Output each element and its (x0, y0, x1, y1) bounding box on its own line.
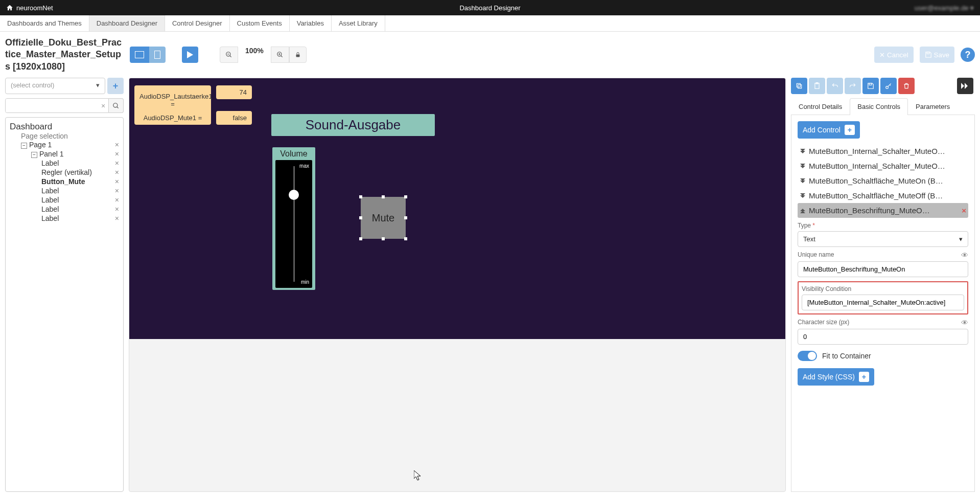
plus-icon: + (845, 125, 855, 135)
chevron-down-icon[interactable] (800, 193, 806, 199)
key-button[interactable] (880, 78, 897, 94)
copy-button[interactable] (791, 78, 807, 94)
save-panel-button[interactable] (862, 78, 879, 94)
control-list-item[interactable]: MuteButton_Beschriftung_MuteO…× (798, 203, 968, 218)
add-style-button[interactable]: Add Style (CSS) + (798, 368, 874, 386)
undo-button[interactable] (827, 78, 843, 94)
toolbar: Offizielle_Doku_Best_Practice_Master_Mas… (0, 32, 980, 78)
chevron-up-icon[interactable] (800, 208, 806, 214)
paste-button[interactable] (809, 78, 825, 94)
top-bar: neuroomNet Dashboard Designer user@examp… (0, 0, 980, 15)
tree-delete-icon[interactable]: × (115, 150, 119, 158)
control-list-item[interactable]: MuteButton_Internal_Schalter_MuteO… (798, 159, 968, 173)
svg-rect-11 (869, 83, 872, 85)
tree-toggle-icon[interactable]: − (21, 143, 27, 149)
chevron-down-icon[interactable] (800, 178, 806, 184)
svg-rect-1 (154, 51, 160, 59)
design-canvas[interactable]: AudioDSP_Lautstaerke1 = 74 AudioDSP_Mute… (129, 78, 785, 339)
svg-rect-8 (797, 84, 800, 87)
chip-audiodsp-lautstaerke-value[interactable]: 74 (216, 85, 252, 99)
tree-item[interactable]: −Page 1× (21, 140, 119, 149)
chip-audiodsp-mute-value[interactable]: false (216, 111, 252, 125)
select-control-dropdown[interactable]: (select control) (5, 78, 105, 94)
rtab-basic-controls[interactable]: Basic Controls (850, 98, 908, 115)
chevron-down-icon[interactable] (800, 163, 806, 169)
slider-min-label: min (301, 279, 309, 285)
cancel-button[interactable]: ✕Cancel (874, 47, 914, 63)
svg-point-12 (886, 86, 889, 89)
help-icon[interactable]: ? (961, 48, 975, 62)
tree-delete-icon[interactable]: × (115, 141, 119, 149)
control-list-item[interactable]: MuteButton_Schaltfläche_MuteOff (B… (798, 188, 968, 203)
tree-delete-icon[interactable]: × (115, 205, 119, 213)
search-button[interactable] (109, 98, 124, 113)
clear-search-icon[interactable]: × (98, 102, 108, 110)
slider-knob[interactable] (289, 190, 299, 200)
tab-variables[interactable]: Variables (290, 15, 332, 31)
redo-button[interactable] (845, 78, 861, 94)
home-icon[interactable] (6, 4, 13, 11)
tab-asset-library[interactable]: Asset Library (332, 15, 385, 31)
layout-landscape-button[interactable] (130, 47, 149, 63)
delete-button[interactable] (898, 78, 915, 94)
unique-name-input[interactable] (798, 261, 968, 277)
tree-page-selection[interactable]: Page selection (21, 132, 119, 140)
tree-item[interactable]: Label× (41, 195, 119, 205)
tree-item[interactable]: Label× (41, 214, 119, 223)
add-control-button[interactable]: + (107, 78, 124, 94)
tree-item[interactable]: Label× (41, 186, 119, 195)
volume-slider[interactable]: Volume max min (272, 147, 315, 290)
tab-dashboards-themes[interactable]: Dashboards and Themes (0, 15, 89, 31)
char-size-input[interactable] (798, 329, 968, 345)
play-button[interactable] (182, 47, 198, 63)
user-info: user@example.de ▾ (915, 4, 974, 12)
tree-item[interactable]: Label× (41, 159, 119, 168)
tab-custom-events[interactable]: Custom Events (230, 15, 290, 31)
mute-button[interactable]: Mute (361, 197, 406, 239)
svg-rect-7 (798, 85, 802, 88)
tree-delete-icon[interactable]: × (115, 214, 119, 222)
chevron-down-icon[interactable] (800, 148, 806, 154)
search-input[interactable] (6, 99, 98, 112)
lock-button[interactable] (289, 47, 307, 63)
tab-dashboard-designer[interactable]: Dashboard Designer (89, 15, 165, 31)
page-title: Dashboard Designer (459, 4, 520, 12)
right-panel: Control Details Basic Controls Parameter… (791, 78, 975, 492)
volume-label: Volume (274, 149, 313, 159)
tree-item[interactable]: Label× (41, 205, 119, 214)
remove-control-icon[interactable]: × (962, 206, 966, 215)
slider-max-label: max (299, 163, 309, 169)
zoom-out-button[interactable] (220, 47, 238, 63)
tree-item[interactable]: Button_Mute× (41, 177, 119, 186)
tree-root[interactable]: Dashboard (10, 122, 119, 132)
rtab-parameters[interactable]: Parameters (908, 98, 958, 115)
zoom-in-button[interactable] (271, 47, 289, 63)
rtab-control-details[interactable]: Control Details (791, 98, 850, 115)
tree-delete-icon[interactable]: × (115, 196, 119, 204)
tab-control-designer[interactable]: Control Designer (165, 15, 230, 31)
layout-portrait-button[interactable] (149, 47, 166, 63)
tree-delete-icon[interactable]: × (115, 177, 119, 186)
chip-audiodsp-mute[interactable]: AudioDSP_Mute1 = (134, 111, 211, 125)
tree-delete-icon[interactable]: × (115, 159, 119, 167)
save-button[interactable]: Save (920, 47, 954, 63)
left-panel: (select control) + × Dashboard Page sele… (5, 78, 124, 492)
tree-toggle-icon[interactable]: − (31, 152, 37, 158)
visibility-condition-input[interactable] (802, 295, 964, 310)
visibility-toggle-icon-2[interactable]: 👁 (961, 319, 968, 327)
tree-delete-icon[interactable]: × (115, 187, 119, 195)
control-list-item[interactable]: MuteButton_Schaltfläche_MuteOn (B… (798, 173, 968, 188)
type-select[interactable]: Text▾ (798, 231, 968, 247)
zoom-level: 100% (238, 47, 271, 63)
fit-container-label: Fit to Container (822, 352, 871, 360)
tree-item[interactable]: Regler (vertikal)× (41, 168, 119, 177)
sound-title-label[interactable]: Sound-Ausgabe (271, 114, 435, 136)
add-control-button-right[interactable]: Add Control + (798, 121, 860, 139)
visibility-toggle-icon[interactable]: 👁 (961, 251, 968, 259)
control-list-item[interactable]: MuteButton_Internal_Schalter_MuteO… (798, 144, 968, 159)
project-title: Offizielle_Doku_Best_Practice_Master_Mas… (5, 37, 124, 73)
tree-delete-icon[interactable]: × (115, 168, 119, 176)
collapse-panel-button[interactable] (957, 78, 973, 94)
fit-container-toggle[interactable] (798, 351, 817, 361)
tree-item[interactable]: −Panel 1× (31, 149, 119, 159)
